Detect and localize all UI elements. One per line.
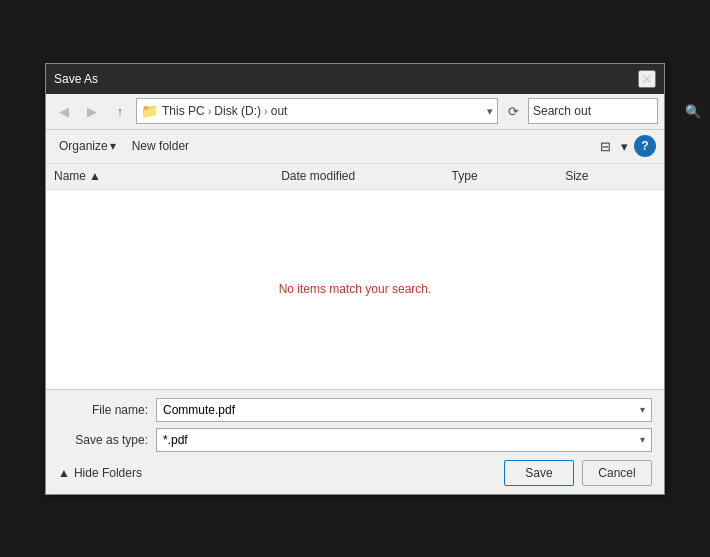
back-button[interactable]: ◀: [52, 99, 76, 123]
breadcrumb-folder: out: [271, 104, 288, 118]
file-content-area: No items match your search.: [46, 190, 664, 390]
new-folder-button[interactable]: New folder: [127, 136, 194, 156]
organize-label: Organize: [59, 139, 108, 153]
save-as-dialog: Save As ✕ ◀ ▶ ↑ 📁 This PC › Disk (D:) › …: [45, 63, 665, 495]
column-type-label: Type: [452, 169, 478, 183]
address-bar[interactable]: 📁 This PC › Disk (D:) › out ▾: [136, 98, 498, 124]
breadcrumb-disk: Disk (D:): [214, 104, 261, 118]
column-type[interactable]: Type: [452, 169, 566, 183]
view-dropdown-button[interactable]: ▾: [617, 137, 632, 156]
folder-icon: 📁: [141, 103, 158, 119]
view-options: ⊟ ▾ ?: [596, 135, 656, 157]
cancel-button[interactable]: Cancel: [582, 460, 652, 486]
hide-folders-icon: ▲: [58, 466, 70, 480]
filename-input[interactable]: [163, 403, 640, 417]
column-modified-label: Date modified: [281, 169, 355, 183]
actions-row: ▲ Hide Folders Save Cancel: [58, 460, 652, 486]
address-dropdown-button[interactable]: ▾: [487, 105, 493, 118]
column-name-label: Name: [54, 169, 86, 183]
search-button[interactable]: 🔍: [685, 104, 701, 119]
savetype-label: Save as type:: [58, 433, 148, 447]
nav-toolbar: ◀ ▶ ↑ 📁 This PC › Disk (D:) › out ▾ ⟳ 🔍: [46, 94, 664, 130]
forward-icon: ▶: [87, 104, 97, 119]
column-modified[interactable]: Date modified: [281, 169, 451, 183]
forward-button[interactable]: ▶: [80, 99, 104, 123]
savetype-dropdown-icon: ▾: [640, 434, 645, 445]
refresh-icon: ⟳: [508, 104, 519, 119]
filename-dropdown-icon: ▾: [640, 404, 645, 415]
view-icon: ⊟: [600, 139, 611, 154]
help-button[interactable]: ?: [634, 135, 656, 157]
dialog-actions: Save Cancel: [504, 460, 652, 486]
view-dropdown-icon: ▾: [621, 139, 628, 154]
breadcrumb-thispc: This PC: [162, 104, 205, 118]
savetype-row: Save as type: ▾: [58, 428, 652, 452]
column-size-label: Size: [565, 169, 588, 183]
filename-row: File name: ▾: [58, 398, 652, 422]
save-button[interactable]: Save: [504, 460, 574, 486]
breadcrumb-sep2: ›: [264, 105, 268, 117]
close-button[interactable]: ✕: [638, 70, 656, 88]
search-input[interactable]: [533, 104, 683, 118]
bottom-bar: File name: ▾ Save as type: ▾ ▲ Hide Fold…: [46, 390, 664, 494]
filename-label: File name:: [58, 403, 148, 417]
column-size: Size: [565, 169, 656, 183]
up-icon: ↑: [117, 104, 124, 119]
action-bar: Organize ▾ New folder ⊟ ▾ ?: [46, 130, 664, 164]
title-bar: Save As ✕: [46, 64, 664, 94]
organize-arrow-icon: ▾: [110, 139, 116, 153]
hide-folders-label: Hide Folders: [74, 466, 142, 480]
refresh-button[interactable]: ⟳: [502, 100, 524, 122]
view-toggle-button[interactable]: ⊟: [596, 137, 615, 156]
search-icon: 🔍: [685, 104, 701, 119]
up-button[interactable]: ↑: [108, 99, 132, 123]
back-icon: ◀: [59, 104, 69, 119]
hide-folders-button[interactable]: ▲ Hide Folders: [58, 466, 142, 480]
breadcrumb: This PC › Disk (D:) › out: [162, 104, 287, 118]
sort-icon: ▲: [89, 169, 101, 183]
search-box: 🔍: [528, 98, 658, 124]
breadcrumb-sep1: ›: [208, 105, 212, 117]
savetype-input-wrapper: ▾: [156, 428, 652, 452]
dialog-title: Save As: [54, 72, 98, 86]
file-list-header: Name ▲ Date modified Type Size: [46, 164, 664, 190]
column-name[interactable]: Name ▲: [54, 169, 281, 183]
savetype-input[interactable]: [163, 433, 640, 447]
empty-message: No items match your search.: [279, 282, 432, 296]
organize-button[interactable]: Organize ▾: [54, 136, 121, 156]
filename-input-wrapper: ▾: [156, 398, 652, 422]
